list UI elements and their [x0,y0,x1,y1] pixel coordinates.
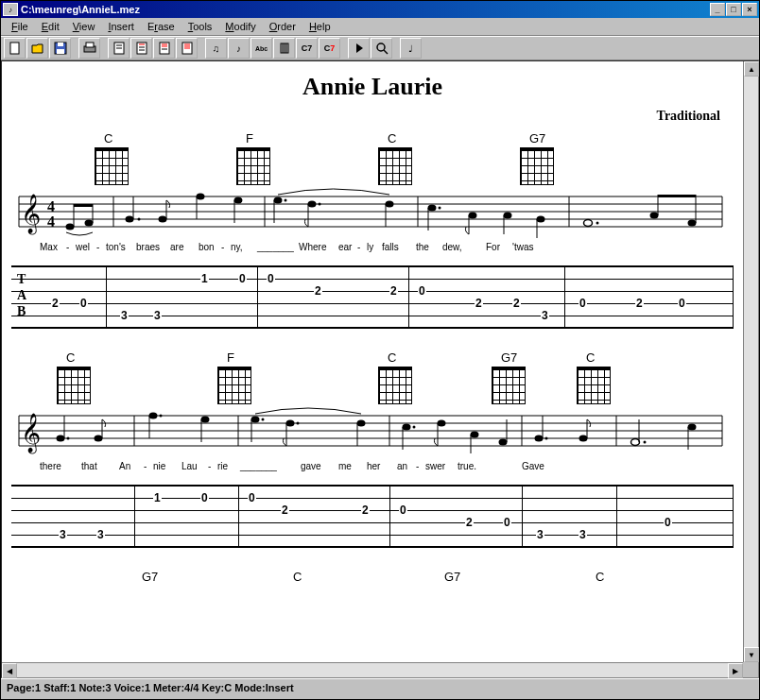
lyric-syllable: bon [199,242,221,252]
chord-G7: G7 [125,570,276,586]
tab-fret-number: 0 [238,272,247,285]
lyric-syllable [503,461,522,471]
lyric-syllable: - [144,461,153,471]
svg-text:4: 4 [47,213,55,230]
svg-point-125 [631,439,640,446]
svg-rect-79 [658,195,696,197]
close-button[interactable]: × [742,3,757,16]
svg-rect-0 [10,43,19,54]
lyric-syllable: her [367,461,397,471]
menu-help[interactable]: Help [302,19,337,34]
zoom-button[interactable] [371,38,392,59]
view4-button[interactable] [176,38,198,59]
chord-C: C [371,350,484,404]
scroll-left-button[interactable]: ◀ [2,663,17,678]
lyric-syllable: - [208,461,217,471]
svg-point-128 [688,424,697,431]
tab-fret-number: 0 [79,297,88,310]
svg-point-58 [285,199,287,202]
lyric-syllable: - [221,242,231,252]
tab-fret-number: 3 [541,309,549,322]
svg-point-62 [386,201,394,208]
c7-button[interactable]: C7 [296,38,318,59]
lyric-syllable: ny, [231,242,257,252]
vertical-scrollbar[interactable]: ▲ ▼ [743,61,758,662]
window-title: C:\meunreg\AnnieL.mez [21,4,140,15]
lyric-syllable: swer [425,461,458,471]
menu-edit[interactable]: Edit [35,19,66,34]
view2-button[interactable] [130,38,152,59]
lyric-syllable: wel [76,242,96,252]
svg-point-120 [535,435,544,442]
svg-text:𝄞: 𝄞 [21,194,41,235]
scroll-up-button[interactable]: ▲ [744,61,759,77]
chord-F: F [229,131,371,185]
tab-staff-2: 3310022020330 [11,485,734,547]
chord-C: C [569,350,664,404]
play-button[interactable] [348,38,370,59]
horizontal-scrollbar[interactable]: ◀ ▶ [2,662,743,677]
svg-point-127 [644,441,647,444]
svg-point-93 [57,435,65,442]
scroll-right-button[interactable]: ▶ [728,663,743,678]
lyric-syllable: rie [217,461,240,471]
print-button[interactable] [78,38,100,59]
tab-fret-number: 3 [579,528,587,541]
note1-button[interactable]: ♫ [205,38,227,59]
svg-point-122 [545,437,548,440]
chord-grid-button[interactable] [273,38,295,59]
svg-point-116 [471,432,479,438]
save-button[interactable] [49,38,71,59]
quarter-note-button[interactable]: ♩ [400,38,422,59]
note2-button[interactable]: ♪ [228,38,250,59]
svg-point-50 [159,216,167,223]
tab-fret-number: 3 [120,309,129,322]
svg-point-49 [138,218,141,221]
chord-C: C [579,570,730,586]
svg-rect-5 [86,43,94,47]
lyric-syllable: An [119,461,144,471]
svg-point-105 [262,418,265,421]
view3-button[interactable] [153,38,175,59]
minimize-button[interactable]: _ [710,3,725,16]
svg-point-101 [201,417,210,423]
menu-view[interactable]: View [66,19,102,34]
tab-fret-number: 0 [399,504,407,517]
tab-fret-number: 3 [153,309,162,322]
chord-F: F [210,350,371,404]
sheet-viewport[interactable]: Annie Laurie Traditional CFCG7 𝄞 4 4 [2,61,743,662]
menu-bar: File Edit View Insert Erase Tools Modify… [1,18,759,36]
lyric-syllable: falls [382,242,416,252]
new-button[interactable] [4,38,26,59]
svg-point-66 [439,207,441,210]
open-button[interactable] [26,38,48,59]
tab-fret-number: 2 [465,516,474,529]
menu-insert[interactable]: Insert [101,19,141,34]
lyrics-button[interactable]: Abc [250,38,272,59]
svg-marker-25 [356,43,363,53]
lyric-syllable: that [81,461,119,471]
svg-point-44 [85,220,94,227]
lyric-syllable: nie [153,461,181,471]
song-title: Annie Laurie [11,73,734,101]
lyric-syllable: - [416,461,425,471]
tab-fret-number: 2 [281,504,289,517]
menu-file[interactable]: File [5,19,35,34]
menu-tools[interactable]: Tools [181,19,219,34]
scroll-down-button[interactable]: ▼ [744,647,759,662]
menu-modify[interactable]: Modify [218,19,262,34]
svg-point-74 [596,222,599,225]
tab-fret-number: 0 [678,297,686,310]
svg-point-108 [297,422,300,425]
svg-point-98 [149,413,158,419]
svg-point-111 [403,424,411,431]
maximize-button[interactable]: □ [726,3,741,16]
lyric-syllable: me [338,461,367,471]
c7-2-button[interactable]: C7 [319,38,340,59]
lyric-syllable: dew, [442,242,476,252]
view1-button[interactable] [108,38,130,59]
menu-order[interactable]: Order [263,19,302,34]
menu-erase[interactable]: Erase [141,19,181,34]
svg-point-64 [428,205,437,212]
svg-point-114 [438,420,446,427]
